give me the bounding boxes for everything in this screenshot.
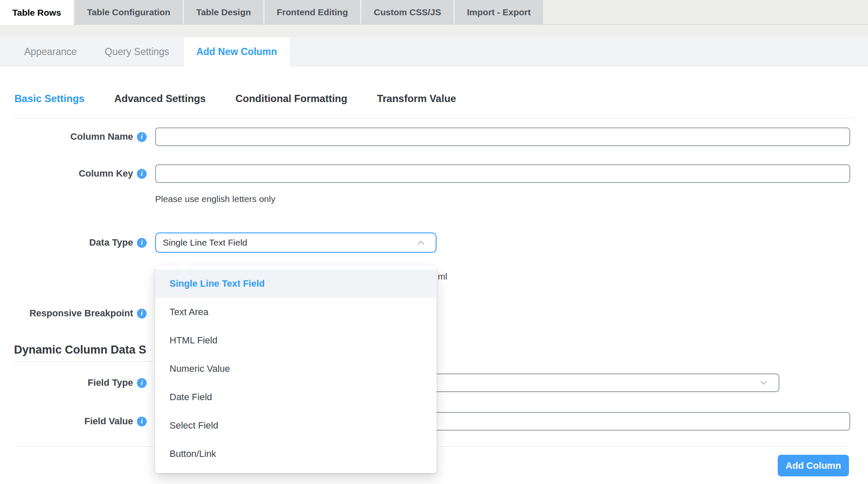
wpdatatables-admin-page: Table Rows Table Configuration Table Des…	[0, 0, 868, 484]
tab-custom-css-js[interactable]: Custom CSS/JS	[362, 0, 453, 24]
tab-table-configuration[interactable]: Table Configuration	[75, 0, 183, 24]
info-icon[interactable]: i	[137, 169, 147, 179]
column-key-row: Column Key i	[0, 164, 868, 183]
header-gap-band	[0, 25, 868, 37]
column-name-input[interactable]	[155, 127, 850, 146]
chevron-up-icon	[415, 237, 426, 248]
dropdown-option-select-field[interactable]: Select Field	[155, 411, 437, 440]
dropdown-option-date-field[interactable]: Date Field	[155, 383, 437, 411]
column-key-note: Please use english letters only	[155, 194, 868, 204]
chevron-down-icon	[758, 377, 769, 388]
sub-tab-bar: Appearance Query Settings Add New Column	[0, 37, 868, 66]
tab-table-rows[interactable]: Table Rows	[0, 0, 73, 25]
data-type-dropdown: Single Line Text Field Text Area HTML Fi…	[155, 266, 437, 473]
add-column-button[interactable]: Add Column	[778, 455, 849, 476]
dropdown-option-button-link[interactable]: Button/Link	[155, 440, 437, 468]
info-icon[interactable]: i	[137, 417, 147, 426]
field-value-label: Field Value	[84, 416, 133, 427]
tab-appearance[interactable]: Appearance	[10, 37, 91, 66]
data-type-row: Data Type i Single Line Text Field	[0, 232, 868, 253]
info-icon[interactable]: i	[137, 238, 147, 248]
column-key-label: Column Key	[79, 168, 133, 179]
tab-conditional-formatting[interactable]: Conditional Formatting	[235, 93, 347, 105]
column-settings-tab-bar: Basic Settings Advanced Settings Conditi…	[0, 66, 868, 105]
tab-frontend-editing[interactable]: Frontend Editing	[264, 0, 360, 24]
column-name-row: Column Name i	[0, 127, 868, 146]
responsive-breakpoint-label: Responsive Breakpoint	[29, 308, 133, 319]
tab-advanced-settings[interactable]: Advanced Settings	[114, 93, 206, 105]
tab-transform-value[interactable]: Transform Value	[377, 93, 456, 105]
add-new-column-panel: Basic Settings Advanced Settings Conditi…	[0, 66, 868, 484]
tab-import-export[interactable]: Import - Export	[455, 0, 543, 24]
inner-tabs-divider	[14, 118, 854, 119]
tab-basic-settings[interactable]: Basic Settings	[14, 93, 84, 105]
tab-table-design[interactable]: Table Design	[184, 0, 263, 24]
main-tab-bar: Table Rows Table Configuration Table Des…	[0, 0, 868, 25]
data-type-select[interactable]: Single Line Text Field	[155, 232, 437, 253]
tab-add-new-column[interactable]: Add New Column	[183, 37, 290, 66]
data-type-label: Data Type	[89, 237, 133, 248]
column-name-label: Column Name	[70, 131, 133, 142]
column-key-input[interactable]	[155, 164, 850, 183]
dropdown-option-numeric-value[interactable]: Numeric Value	[155, 354, 437, 383]
tab-query-settings[interactable]: Query Settings	[91, 37, 183, 66]
dropdown-option-text-area[interactable]: Text Area	[155, 298, 437, 326]
info-icon[interactable]: i	[137, 378, 147, 388]
info-icon[interactable]: i	[137, 309, 147, 318]
dropdown-option-html-field[interactable]: HTML Field	[155, 326, 437, 354]
data-type-hint-clipped: ml	[438, 271, 447, 282]
field-type-label: Field Type	[88, 377, 133, 388]
dropdown-option-single-line-text-field[interactable]: Single Line Text Field	[155, 269, 437, 298]
data-type-select-value: Single Line Text Field	[163, 238, 247, 248]
info-icon[interactable]: i	[137, 132, 147, 142]
